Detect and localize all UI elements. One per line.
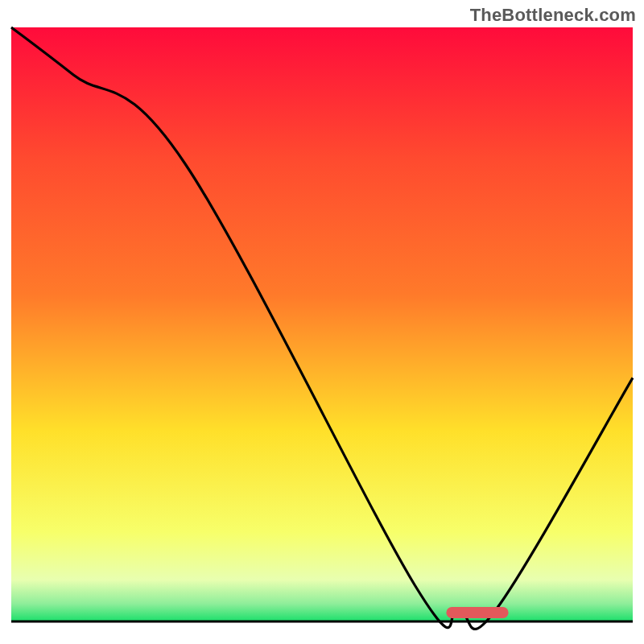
optimal-marker bbox=[446, 607, 508, 618]
gradient-background bbox=[11, 27, 633, 621]
chart-stage: TheBottleneck.com bbox=[0, 0, 644, 644]
bottleneck-chart bbox=[0, 0, 644, 644]
